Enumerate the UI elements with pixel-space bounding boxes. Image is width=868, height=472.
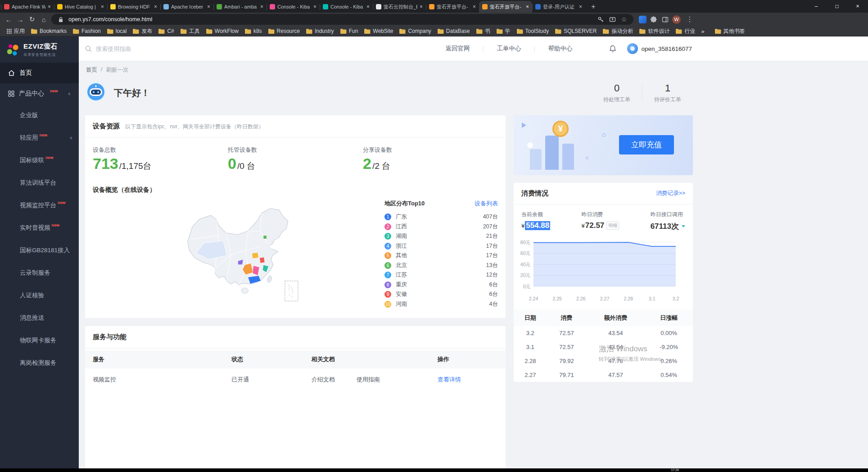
- browser-tab[interactable]: Apache Iceber ×: [160, 1, 213, 13]
- sidebar-item-product-center[interactable]: 产品中心 new ∧: [0, 83, 79, 104]
- bookmark-item[interactable]: 软件设计: [636, 27, 673, 36]
- share-icon[interactable]: [608, 15, 616, 23]
- address-bar[interactable]: open.ys7.com/console/home.html ☆: [51, 14, 633, 25]
- ticket-center-link[interactable]: 工单中心: [483, 45, 534, 53]
- tab-close-icon[interactable]: ×: [526, 4, 529, 10]
- browser-tab[interactable]: 登录-用户认证 ×: [532, 1, 585, 13]
- browser-tab[interactable]: Hive Catalog | ×: [54, 1, 107, 13]
- sidebar-item[interactable]: 物联网卡服务: [0, 329, 79, 352]
- sidebar-item[interactable]: 视频监控平台 new: [0, 194, 79, 217]
- back-button[interactable]: ←: [3, 14, 14, 25]
- sidebar-item[interactable]: 云录制服务: [0, 262, 79, 284]
- forward-button[interactable]: →: [14, 14, 26, 25]
- bookmark-item[interactable]: 学: [493, 27, 514, 36]
- bookmark-item[interactable]: 行业: [673, 27, 698, 36]
- help-center-link[interactable]: 帮助中心: [534, 45, 586, 53]
- browser-tab[interactable]: 萤石开放平台- ×: [479, 1, 532, 13]
- bookmark-item[interactable]: Resource: [265, 27, 303, 35]
- tab-close-icon[interactable]: ×: [260, 4, 263, 10]
- sidebar-item[interactable]: 企业版: [0, 104, 79, 127]
- reload-button[interactable]: ↻: [26, 14, 38, 25]
- brand-logo[interactable]: EZVIZ萤石 乐享安全智能生活: [0, 36, 79, 63]
- sidebar-item[interactable]: 国标GB28181接入: [0, 239, 79, 262]
- bookmark-item[interactable]: SQLSERVER: [552, 27, 600, 35]
- tab-close-icon[interactable]: ×: [154, 4, 157, 10]
- sidebar-item[interactable]: 消息推送: [0, 307, 79, 329]
- user-menu[interactable]: open_3581616077: [627, 43, 692, 54]
- pending-tickets[interactable]: 0 待处理工单: [592, 82, 642, 104]
- maximize-button[interactable]: □: [827, 0, 847, 13]
- search-box[interactable]: [85, 45, 220, 52]
- region-distribution-tab[interactable]: 地区分布Top10: [384, 200, 425, 208]
- browser-tab[interactable]: Ambari - amba ×: [213, 1, 267, 13]
- sidebar-item[interactable]: 离岗检测服务: [0, 352, 79, 374]
- official-site-link[interactable]: 返回官网: [432, 45, 483, 53]
- sidebar-item[interactable]: 实时音视频 new: [0, 217, 79, 239]
- profile-avatar[interactable]: W: [672, 15, 681, 24]
- china-map[interactable]: [169, 197, 308, 305]
- sidebar-item-home[interactable]: 首页: [0, 63, 79, 83]
- doc-link[interactable]: 介绍文档: [312, 376, 335, 383]
- browser-tab[interactable]: Apache Flink W ×: [1, 1, 54, 13]
- search-input[interactable]: [96, 45, 204, 52]
- browser-tab[interactable]: Console - Kiba ×: [320, 1, 373, 13]
- extensions-puzzle-icon[interactable]: [650, 15, 658, 23]
- device-list-link[interactable]: 设备列表: [475, 200, 498, 208]
- bookmark-item[interactable]: DataBase: [434, 27, 473, 35]
- browser-tab[interactable]: Browsing HDF ×: [107, 1, 160, 13]
- sidebar-item[interactable]: 国标级联 new: [0, 149, 79, 172]
- caret-down-icon[interactable]: [682, 225, 685, 227]
- bookmark-item[interactable]: WorkFlow: [203, 27, 242, 35]
- bookmark-item[interactable]: C#: [155, 27, 177, 35]
- recharge-button[interactable]: 立即充值: [619, 135, 674, 154]
- tab-close-icon[interactable]: ×: [207, 4, 210, 10]
- other-bookmarks[interactable]: 其他书签: [712, 27, 748, 36]
- home-button[interactable]: ⌂: [38, 14, 50, 25]
- browser-tab[interactable]: Console - Kiba ×: [267, 1, 320, 13]
- content-area[interactable]: 首页 / 刷新一次: [79, 61, 868, 468]
- bookmark-item[interactable]: 发布: [130, 27, 155, 36]
- sidebar-item[interactable]: 算法训练平台: [0, 172, 79, 194]
- bookmark-item[interactable]: Bookmarks: [28, 27, 70, 35]
- bookmark-item[interactable]: Company: [396, 27, 434, 35]
- menu-icon[interactable]: ⋮: [684, 14, 696, 25]
- side-panel-icon[interactable]: [661, 15, 669, 23]
- tab-close-icon[interactable]: ×: [420, 4, 423, 10]
- bookmark-item[interactable]: ToolStudy: [514, 27, 552, 35]
- bookmark-item[interactable]: local: [104, 27, 130, 35]
- bookmark-item[interactable]: 振动分析: [600, 27, 636, 36]
- detail-tag[interactable]: 明细: [606, 222, 619, 230]
- bookmark-item[interactable]: Fashion: [70, 27, 104, 35]
- consumption-records-link[interactable]: 消费记录>>: [656, 190, 685, 197]
- tab-close-icon[interactable]: ×: [579, 4, 582, 10]
- breadcrumb-home[interactable]: 首页: [86, 66, 97, 74]
- bookmarks-overflow-icon[interactable]: »: [698, 28, 707, 35]
- bookmark-item[interactable]: Fun: [337, 27, 362, 35]
- bookmark-item[interactable]: 工具: [177, 27, 203, 36]
- service-detail-link[interactable]: 查看详情: [438, 376, 461, 383]
- new-tab-button[interactable]: +: [588, 1, 599, 13]
- notification-bell[interactable]: [609, 45, 616, 53]
- minimize-button[interactable]: –: [806, 0, 827, 13]
- extension-icon[interactable]: [639, 16, 646, 23]
- url-text[interactable]: open.ys7.com/console/home.html: [68, 16, 593, 23]
- doc-link[interactable]: 使用指南: [357, 376, 380, 383]
- tab-close-icon[interactable]: ×: [48, 4, 51, 10]
- review-tickets[interactable]: 1 待评价工单: [642, 82, 693, 104]
- close-button[interactable]: ×: [847, 0, 868, 13]
- taskbar-sliver[interactable]: 17:29: [0, 468, 868, 472]
- tab-close-icon[interactable]: ×: [313, 4, 316, 10]
- tab-close-icon[interactable]: ×: [473, 4, 476, 10]
- browser-tab[interactable]: 萤石开放平台- ×: [426, 1, 479, 13]
- recharge-banner[interactable]: ¥ 立即充值: [514, 115, 693, 175]
- bookmark-item[interactable]: k8s: [242, 27, 265, 35]
- sidebar-item[interactable]: 人证核验: [0, 284, 79, 307]
- tab-close-icon[interactable]: ×: [101, 4, 104, 10]
- sidebar-item[interactable]: 轻应用 new ∨: [0, 127, 79, 149]
- bookmark-item[interactable]: WebSite: [361, 27, 396, 35]
- tab-close-icon[interactable]: ×: [366, 4, 370, 10]
- bookmark-item[interactable]: 书: [473, 27, 493, 36]
- browser-tab[interactable]: 萤石云控制台_E ×: [373, 1, 426, 13]
- bookmark-star-icon[interactable]: ☆: [620, 15, 628, 23]
- bookmark-apps[interactable]: 应用: [4, 27, 28, 36]
